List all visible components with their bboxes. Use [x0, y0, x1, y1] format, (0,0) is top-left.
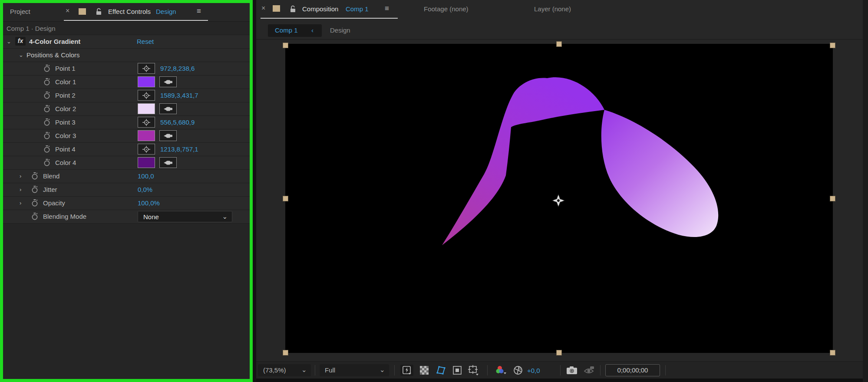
unlock-icon[interactable]	[289, 5, 297, 13]
panel-menu-icon[interactable]: ≡	[197, 7, 201, 16]
property-value[interactable]: 972,8,238,6	[160, 65, 195, 72]
expander-icon[interactable]: ⌄	[19, 52, 23, 58]
selected-option: None	[143, 213, 159, 221]
layer-handle-mid-right[interactable]	[830, 196, 835, 201]
breadcrumb-comp-pill[interactable]: Comp 1 ‹	[268, 24, 322, 37]
stopwatch-icon[interactable]	[31, 212, 39, 221]
property-value[interactable]: 1213,8,757,1	[160, 145, 198, 153]
mask-visibility-icon[interactable]	[434, 365, 447, 376]
color-swatch[interactable]	[138, 157, 155, 168]
point-picker-button[interactable]	[138, 144, 155, 155]
group-header-row[interactable]: ⌄ Positions & Colors	[3, 48, 250, 62]
property-value[interactable]: 100,0%	[138, 199, 160, 207]
breadcrumb-current[interactable]: Design	[330, 26, 350, 34]
stopwatch-icon[interactable]	[43, 132, 51, 140]
resolution-dropdown[interactable]: Full ⌄	[320, 364, 389, 376]
point-picker-button[interactable]	[138, 90, 155, 101]
unlock-icon[interactable]	[95, 8, 102, 16]
property-label[interactable]: Point 1	[55, 65, 76, 72]
property-label[interactable]: Blending Mode	[43, 213, 86, 220]
expander-icon[interactable]: ›	[20, 200, 21, 206]
layer-handle-bottom-left[interactable]	[283, 350, 288, 356]
eyedropper-button[interactable]	[159, 76, 177, 87]
expander-icon[interactable]: ⌄	[7, 38, 11, 45]
property-value[interactable]: 100,0	[138, 172, 154, 180]
property-label[interactable]: Color 2	[55, 105, 76, 112]
property-label[interactable]: Point 4	[55, 145, 76, 153]
stopwatch-icon[interactable]	[43, 105, 51, 113]
property-row-color3: Color 3	[3, 129, 250, 142]
eyedropper-button[interactable]	[159, 157, 177, 168]
group-label[interactable]: Positions & Colors	[26, 51, 80, 59]
panel-menu-icon[interactable]: ≡	[385, 4, 389, 13]
layer-handle-top-left[interactable]	[283, 43, 288, 48]
color-swatch[interactable]	[138, 76, 155, 87]
property-value[interactable]: 0,0%	[138, 186, 152, 193]
stopwatch-icon[interactable]	[43, 78, 51, 86]
tab-project[interactable]: Project	[10, 8, 30, 15]
layer-handle-top-right[interactable]	[830, 43, 835, 48]
reset-link[interactable]: Reset	[137, 38, 154, 45]
stopwatch-icon[interactable]	[43, 64, 51, 73]
color-swatch[interactable]	[138, 130, 155, 141]
property-label[interactable]: Jitter	[43, 186, 57, 193]
composition-viewer[interactable]	[256, 39, 868, 362]
tab-composition-target[interactable]: Comp 1	[346, 5, 369, 13]
property-label[interactable]: Color 1	[55, 78, 76, 86]
transparency-grid-icon[interactable]	[418, 365, 431, 376]
region-of-interest-icon[interactable]	[451, 365, 464, 376]
composition-canvas[interactable]	[285, 44, 833, 353]
stopwatch-icon[interactable]	[43, 145, 51, 154]
blending-mode-select[interactable]: None ⌄	[138, 211, 232, 222]
anchor-point-icon[interactable]	[552, 194, 565, 207]
close-panel-icon[interactable]: ×	[66, 7, 69, 15]
panel-group-color-icon[interactable]	[273, 5, 280, 12]
stopwatch-icon[interactable]	[43, 158, 51, 167]
fast-previews-icon[interactable]	[400, 365, 413, 376]
tab-layer[interactable]: Layer (none)	[534, 5, 571, 13]
magnification-dropdown[interactable]: (73,5%) ⌄	[258, 364, 311, 376]
effect-header-row[interactable]: ⌄ fx 4-Color Gradient Reset	[3, 35, 250, 48]
panel-group-color-icon[interactable]	[79, 8, 86, 15]
expander-icon[interactable]: ›	[20, 186, 21, 193]
fx-badge-icon: fx	[15, 37, 26, 46]
channel-icon[interactable]	[493, 365, 508, 376]
effect-name[interactable]: 4-Color Gradient	[29, 38, 80, 45]
chevron-left-icon[interactable]: ‹	[311, 26, 314, 34]
tab-effect-controls-target[interactable]: Design	[156, 8, 176, 15]
grid-and-guides-icon[interactable]	[467, 365, 480, 376]
tab-footage[interactable]: Footage (none)	[424, 5, 469, 13]
stopwatch-icon[interactable]	[31, 199, 39, 207]
show-snapshot-icon[interactable]	[583, 365, 596, 376]
layer-handle-mid-left[interactable]	[283, 196, 288, 201]
breadcrumb-comp-name[interactable]: Comp 1	[275, 26, 298, 34]
layer-handle-bottom-right[interactable]	[830, 350, 835, 356]
property-label[interactable]: Color 3	[55, 132, 76, 139]
stopwatch-icon[interactable]	[31, 172, 39, 181]
exposure-value[interactable]: +0,0	[527, 367, 540, 374]
tab-composition[interactable]: Composition	[302, 5, 338, 13]
stopwatch-icon[interactable]	[31, 185, 39, 194]
snapshot-camera-icon[interactable]	[565, 365, 578, 376]
point-picker-button[interactable]	[138, 63, 155, 74]
stopwatch-icon[interactable]	[43, 91, 51, 100]
property-value[interactable]: 556,5,680,9	[160, 119, 195, 126]
exposure-icon[interactable]	[512, 365, 525, 376]
close-panel-icon[interactable]: ×	[261, 4, 265, 12]
stopwatch-icon[interactable]	[43, 118, 51, 127]
color-swatch[interactable]	[138, 103, 155, 114]
property-label[interactable]: Point 3	[55, 119, 76, 126]
timecode-field[interactable]: 0;00;00;00	[605, 364, 660, 376]
tab-effect-controls[interactable]: Effect Controls	[108, 8, 151, 15]
layer-handle-bottom-center[interactable]	[556, 350, 562, 356]
property-value[interactable]: 1589,3,431,7	[160, 92, 198, 99]
property-label[interactable]: Opacity	[43, 199, 65, 207]
property-label[interactable]: Point 2	[55, 92, 76, 99]
eyedropper-button[interactable]	[159, 130, 177, 141]
property-label[interactable]: Color 4	[55, 159, 76, 166]
layer-handle-top-center[interactable]	[556, 41, 562, 47]
point-picker-button[interactable]	[138, 117, 155, 128]
expander-icon[interactable]: ›	[20, 173, 21, 179]
property-label[interactable]: Blend	[43, 172, 59, 180]
eyedropper-button[interactable]	[159, 103, 177, 114]
